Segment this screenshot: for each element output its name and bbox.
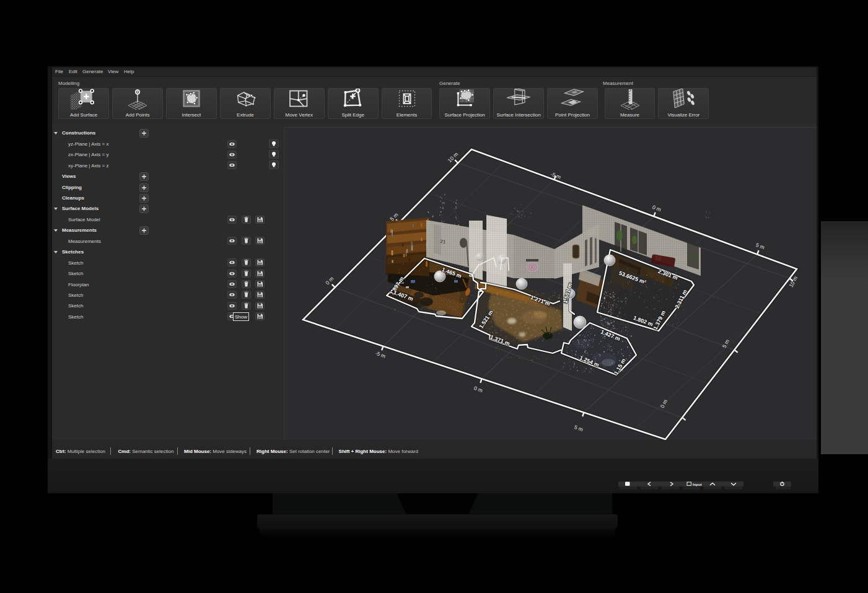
svg-text:Input: Input — [693, 483, 702, 486]
